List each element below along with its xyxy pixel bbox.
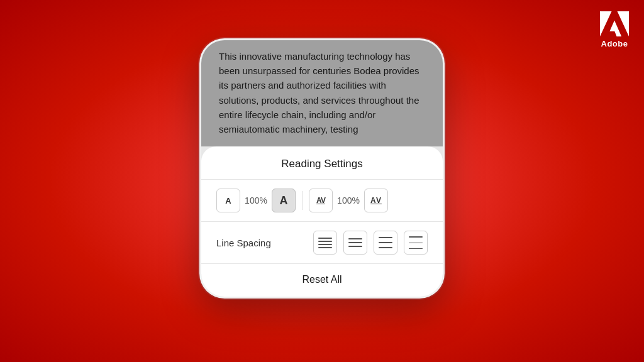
line-spacing-normal-button[interactable] [343,231,367,255]
av-left-icon: AV [316,196,325,205]
line-spacing-wide-button[interactable] [404,231,428,255]
line-spacing-medium-button[interactable] [374,231,397,255]
kerning-percent: 100% [336,195,360,206]
font-size-percent: 100% [244,195,268,206]
kerning-decrease-button[interactable]: AV [309,189,333,212]
settings-separator [302,191,303,210]
av-right-icon: AV [370,196,382,205]
font-settings-row: A 100% A AV 100% AV [201,180,443,222]
panel-title: Reading Settings [201,146,443,180]
kerning-increase-button[interactable]: AV [364,189,388,212]
reset-all-row: Reset All [201,264,443,290]
line-spacing-label: Line Spacing [216,238,271,248]
line-spacing-tight-button[interactable] [313,231,337,255]
font-increase-button[interactable]: A [272,189,296,212]
adobe-icon [600,11,629,36]
phone-mockup: This innovative manufacturing technology… [199,38,445,299]
line-spacing-row: Line Spacing [201,222,443,264]
document-text-area: This innovative manufacturing technology… [201,40,443,147]
document-text: This innovative manufacturing technology… [219,51,419,134]
font-decrease-button[interactable]: A [216,189,240,212]
adobe-logo-text: Adobe [601,39,628,48]
reading-settings-panel: Reading Settings A 100% A AV 100% AV [201,146,443,297]
adobe-logo: Adobe [600,11,629,48]
reset-all-button[interactable]: Reset All [302,274,341,285]
